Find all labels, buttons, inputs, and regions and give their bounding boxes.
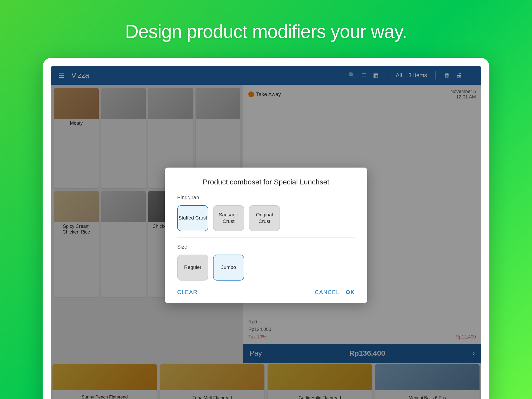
app-screen: ☰ Vizza 🔍 ☰ ▦ All 3 Items 🗑 🖨 ⋮ Me: [51, 66, 481, 399]
section1-label: Pinggiran: [177, 195, 355, 201]
option-sausage-crust[interactable]: Sausage Crust: [213, 205, 244, 231]
ok-button[interactable]: OK: [346, 289, 355, 296]
option-reguler[interactable]: Reguler: [177, 255, 208, 281]
page-headline: Design product modifiers your way.: [125, 21, 407, 42]
option-jumbo[interactable]: Jumbo: [213, 255, 244, 281]
section1-options: Stuffed Crust Sausage Crust Original Cru…: [177, 205, 355, 231]
modal-overlay: Product comboset for Special Lunchset Pi…: [51, 66, 481, 399]
section2-label: Size: [177, 244, 355, 250]
device-frame: ☰ Vizza 🔍 ☰ ▦ All 3 Items 🗑 🖨 ⋮ Me: [43, 58, 489, 399]
modal-title: Product comboset for Special Lunchset: [177, 178, 355, 186]
option-stuffed-crust[interactable]: Stuffed Crust: [177, 205, 208, 231]
section2-options: Reguler Jumbo: [177, 255, 355, 281]
option-original-crust[interactable]: Original Crust: [249, 205, 280, 231]
clear-button[interactable]: CLEAR: [177, 289, 197, 296]
modal-footer-right: CANCEL OK: [315, 289, 355, 296]
modifier-divider: [177, 237, 355, 238]
cancel-button[interactable]: CANCEL: [315, 289, 340, 296]
modal-footer: CLEAR CANCEL OK: [177, 289, 355, 296]
modal-dialog: Product comboset for Special Lunchset Pi…: [165, 168, 367, 303]
